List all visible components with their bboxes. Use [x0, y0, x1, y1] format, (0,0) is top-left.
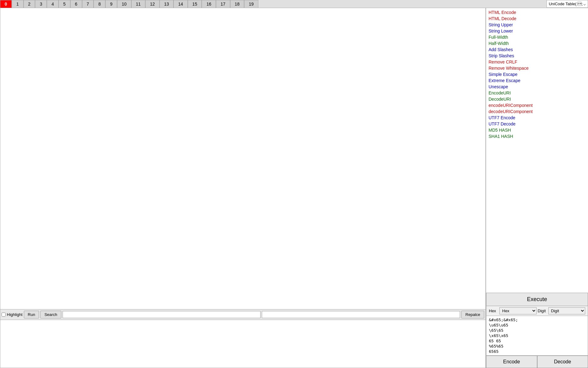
functions-list: HTML EncodeHTML DecodeString UpperString… — [486, 8, 588, 293]
func-item-html-decode[interactable]: HTML Decode — [489, 15, 586, 22]
tab-12[interactable]: 12 — [145, 0, 160, 8]
encode-decode-row: Encode Decode — [486, 356, 588, 368]
unicode-values-list: &#x65;&#x65;\u65\u65\65\65\x65\x6565 65%… — [486, 316, 588, 356]
replace-input[interactable] — [262, 311, 460, 318]
func-item-half-width[interactable]: Half-Width — [489, 40, 586, 46]
tab-17[interactable]: 17 — [216, 0, 230, 8]
execute-button[interactable]: Execute — [486, 293, 588, 306]
func-item-remove-whitespace[interactable]: Remove Whitespace — [489, 65, 586, 71]
digit-select[interactable]: Digit Alpha Alnum — [548, 307, 586, 314]
tab-16[interactable]: 16 — [202, 0, 216, 8]
unicode-value-6: 6565 — [489, 349, 585, 354]
tab-19[interactable]: 19 — [244, 0, 258, 8]
left-panel: Highlight Run Search Repalce — [0, 8, 486, 368]
unicode-dropdown-arrow[interactable]: ⌵ — [583, 2, 586, 6]
unicode-value-1: \u65\u65 — [489, 322, 585, 328]
right-panel: HTML EncodeHTML DecodeString UpperString… — [486, 8, 588, 368]
tab-9[interactable]: 9 — [105, 0, 117, 8]
tab-4[interactable]: 4 — [47, 0, 59, 8]
func-item-sha1-hash[interactable]: SHA1 HASH — [489, 133, 586, 139]
main-layout: Highlight Run Search Repalce HTML Encode… — [0, 8, 588, 368]
func-item-html-encode[interactable]: HTML Encode — [489, 9, 586, 15]
func-item-string-lower[interactable]: String Lower — [489, 28, 586, 34]
func-item-extreme-escape[interactable]: Extreme Escape — [489, 77, 586, 84]
tab-1[interactable]: 1 — [12, 0, 24, 8]
func-item-strip-slashes[interactable]: Strip Slashes — [489, 53, 586, 59]
unicode-value-4: 65 65 — [489, 338, 585, 344]
tab-5[interactable]: 5 — [59, 0, 70, 8]
search-input[interactable] — [63, 311, 261, 318]
tab-3[interactable]: 3 — [35, 0, 47, 8]
search-button[interactable]: Search — [40, 311, 61, 318]
func-item-unescape[interactable]: Unescape — [489, 84, 586, 90]
tab-18[interactable]: 18 — [230, 0, 244, 8]
func-item-encodeuricomponent[interactable]: encodeURIComponent — [489, 102, 586, 108]
func-item-decodeuricomponent[interactable]: decodeURIComponent — [489, 108, 586, 115]
encoding-row: Hex Hex Dec Oct Digit Digit Alpha Alnum — [486, 306, 588, 316]
run-button[interactable]: Run — [24, 311, 39, 318]
func-item-encodeuri[interactable]: EncodeURI — [489, 90, 586, 96]
encode-button[interactable]: Encode — [486, 356, 537, 368]
tab-14[interactable]: 14 — [173, 0, 188, 8]
func-item-remove-crlf[interactable]: Remove CRLF — [489, 59, 586, 65]
decode-button[interactable]: Decode — [537, 356, 588, 368]
hex-select[interactable]: Hex Dec Oct — [499, 307, 537, 314]
main-text-input[interactable] — [0, 8, 486, 309]
unicode-value-3: \x65\x65 — [489, 333, 585, 338]
tab-11[interactable]: 11 — [131, 0, 146, 8]
tab-bar: 012345678910111213141516171819 UniCode T… — [0, 0, 588, 8]
func-item-full-width[interactable]: Full-Width — [489, 34, 586, 40]
unicode-value-0: &#x65;&#x65; — [489, 317, 585, 322]
func-item-md5-hash[interactable]: MD5 HASH — [489, 127, 586, 133]
tab-0[interactable]: 0 — [0, 0, 12, 8]
func-item-utf7-decode[interactable]: UTF7 Decode — [489, 121, 586, 127]
tab-15[interactable]: 15 — [188, 0, 202, 8]
highlight-checkbox[interactable] — [2, 313, 6, 317]
hex-label: Hex — [489, 309, 498, 313]
func-item-decodeuri[interactable]: DecodeURI — [489, 96, 586, 102]
digit-label: Digit — [538, 309, 547, 313]
func-item-string-upper[interactable]: String Upper — [489, 22, 586, 28]
unicode-value-2: \65\65 — [489, 328, 585, 333]
func-item-simple-escape[interactable]: Simple Escape — [489, 71, 586, 77]
secondary-text-input[interactable] — [0, 320, 486, 368]
unicode-table-dropdown[interactable]: UniCode Table( ; ⌵ — [546, 0, 588, 8]
func-item-utf7-encode[interactable]: UTF7 Encode — [489, 115, 586, 121]
unicode-table-label: UniCode Table( ; — [549, 2, 583, 6]
unicode-value-5: %65%65 — [489, 344, 585, 349]
tab-7[interactable]: 7 — [82, 0, 94, 8]
tab-13[interactable]: 13 — [160, 0, 174, 8]
tab-10[interactable]: 10 — [117, 0, 131, 8]
tab-8[interactable]: 8 — [94, 0, 105, 8]
toolbar: Highlight Run Search Repalce — [0, 309, 486, 320]
tab-2[interactable]: 2 — [24, 0, 35, 8]
tab-6[interactable]: 6 — [70, 0, 82, 8]
replace-button[interactable]: Repalce — [461, 311, 484, 318]
func-item-add-slashes[interactable]: Add Slashes — [489, 46, 586, 53]
highlight-label: Highlight — [7, 312, 23, 317]
